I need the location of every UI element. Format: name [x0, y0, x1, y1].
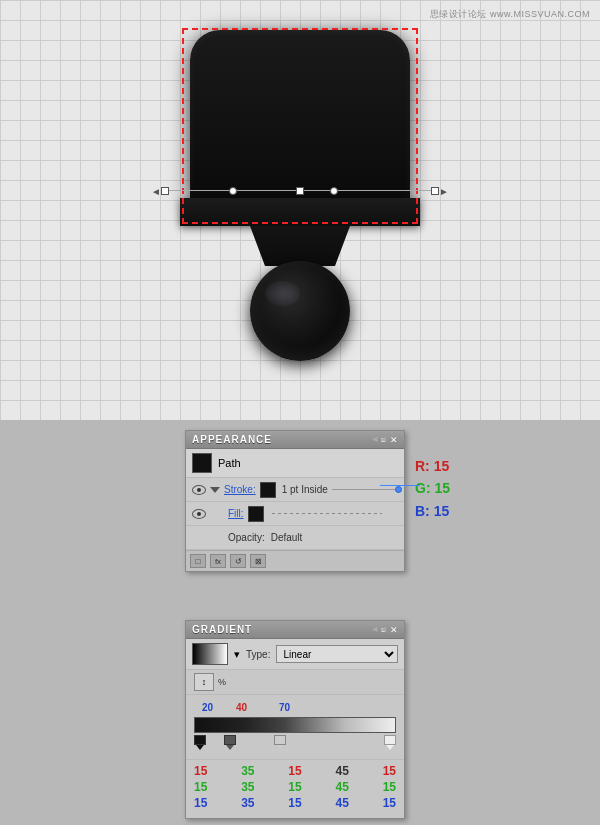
- device-bulb: [250, 261, 350, 361]
- resize-handle: ◄◄: [370, 434, 388, 444]
- path-header-row: Path: [186, 449, 404, 478]
- gradient-stops-row: [194, 735, 396, 755]
- device-middle: [180, 198, 420, 226]
- fill-color-swatch[interactable]: [248, 506, 264, 522]
- gradient-numbers-row: 20 40 70: [194, 699, 396, 715]
- cv1-g1: 35: [241, 764, 254, 778]
- opacity-value: Default: [271, 532, 303, 543]
- appearance-close-btn[interactable]: ✕: [390, 435, 398, 445]
- color-row-1: 15 35 15 45 15: [194, 764, 396, 778]
- gradient-title: GRADIENT: [192, 624, 252, 635]
- gradient-titlebar: ◄◄ GRADIENT ≡ ✕: [186, 621, 404, 639]
- cv1-r3: 15: [383, 764, 396, 778]
- cv1-r1: 15: [194, 764, 207, 778]
- color-row-2: 15 35 15 45 15: [194, 780, 396, 794]
- stop-pos-20: 20: [202, 702, 213, 713]
- rgb-display: R: 15 G: 15 B: 15: [415, 455, 450, 522]
- rgb-b-value: B: 15: [415, 500, 450, 522]
- stroke-expand-icon[interactable]: [210, 487, 220, 493]
- rgb-connector-line: [380, 485, 420, 486]
- stroke-visibility-icon[interactable]: [192, 485, 206, 495]
- fill-label[interactable]: Fill:: [228, 508, 244, 519]
- path-color-swatch[interactable]: [192, 453, 212, 473]
- refresh-icon[interactable]: ↺: [230, 554, 246, 568]
- opacity-label: Opacity:: [228, 532, 265, 543]
- cv2-g4: 45: [335, 780, 348, 794]
- fill-dash-line: [272, 513, 382, 514]
- gradient-resize-handle: ◄◄: [370, 624, 388, 634]
- canvas-area: 思绿设计论坛 www.MISSVUAN.COM ◄ ►: [0, 0, 600, 420]
- opacity-row: Opacity: Default: [186, 526, 404, 550]
- appearance-title: APPEARANCE: [192, 434, 272, 445]
- panels-area: ◄◄ APPEARANCE ≡ ✕ Path Stroke: 1 pt Insi…: [0, 420, 600, 825]
- stroke-detail: 1 pt Inside: [282, 484, 328, 495]
- stop-marker-4[interactable]: [384, 735, 396, 750]
- cv1-r2: 15: [288, 764, 301, 778]
- stop-pos-40: 40: [236, 702, 247, 713]
- fx-icon[interactable]: fx: [210, 554, 226, 568]
- appearance-panel: ◄◄ APPEARANCE ≡ ✕ Path Stroke: 1 pt Insi…: [185, 430, 405, 572]
- gradient-percent-label: %: [218, 677, 226, 687]
- gradient-controls-row: ↕ %: [186, 670, 404, 695]
- device-neck: [250, 226, 350, 266]
- cv1-dark: 45: [335, 764, 348, 778]
- appearance-toolbar: □ fx ↺ ⊠: [186, 550, 404, 571]
- cv3-b5: 15: [383, 796, 396, 810]
- color-grid: 15 35 15 45 15 15 35 15 45 15 15 35 15 4…: [186, 760, 404, 818]
- stroke-connector: [332, 489, 398, 490]
- stroke-color-swatch[interactable]: [260, 482, 276, 498]
- gradient-preview[interactable]: [192, 643, 228, 665]
- gradient-bar[interactable]: [194, 717, 396, 733]
- stop-marker-3[interactable]: [274, 735, 286, 750]
- stop-pos-70: 70: [279, 702, 290, 713]
- gradient-type-row: ▾ Type: Linear Radial: [186, 639, 404, 670]
- cv3-b2: 35: [241, 796, 254, 810]
- path-label: Path: [218, 457, 241, 469]
- cv2-g1: 15: [194, 780, 207, 794]
- connector-dot: [395, 486, 402, 493]
- cv3-b4: 45: [335, 796, 348, 810]
- cv3-b1: 15: [194, 796, 207, 810]
- stroke-label[interactable]: Stroke:: [224, 484, 256, 495]
- fill-visibility-icon[interactable]: [192, 509, 206, 519]
- gradient-arrow: ▾: [234, 648, 240, 661]
- delete-icon[interactable]: ⊠: [250, 554, 266, 568]
- cv2-g3: 15: [288, 780, 301, 794]
- rgb-r-value: R: 15: [415, 455, 450, 477]
- stop-marker-2[interactable]: [224, 735, 236, 750]
- cv3-b3: 15: [288, 796, 301, 810]
- stroke-row: Stroke: 1 pt Inside: [186, 478, 404, 502]
- gradient-panel: ◄◄ GRADIENT ≡ ✕ ▾ Type: Linear Radial ↕ …: [185, 620, 405, 819]
- stop-marker-1[interactable]: [194, 735, 206, 750]
- device-illustration: [180, 30, 420, 361]
- gradient-type-label: Type:: [246, 649, 270, 660]
- gradient-angle-icon[interactable]: ↕: [194, 673, 214, 691]
- fill-row: Fill:: [186, 502, 404, 526]
- appearance-titlebar: ◄◄ APPEARANCE ≡ ✕: [186, 431, 404, 449]
- gradient-type-select[interactable]: Linear Radial: [276, 645, 398, 663]
- watermark: 思绿设计论坛 www.MISSVUAN.COM: [430, 8, 590, 21]
- cv2-g2: 35: [241, 780, 254, 794]
- gradient-close-btn[interactable]: ✕: [390, 625, 398, 635]
- device-top: [190, 30, 410, 200]
- color-row-3: 15 35 15 45 15: [194, 796, 396, 810]
- new-item-icon[interactable]: □: [190, 554, 206, 568]
- cv2-g5: 15: [383, 780, 396, 794]
- rgb-g-value: G: 15: [415, 477, 450, 499]
- gradient-bar-row: 20 40 70: [186, 695, 404, 760]
